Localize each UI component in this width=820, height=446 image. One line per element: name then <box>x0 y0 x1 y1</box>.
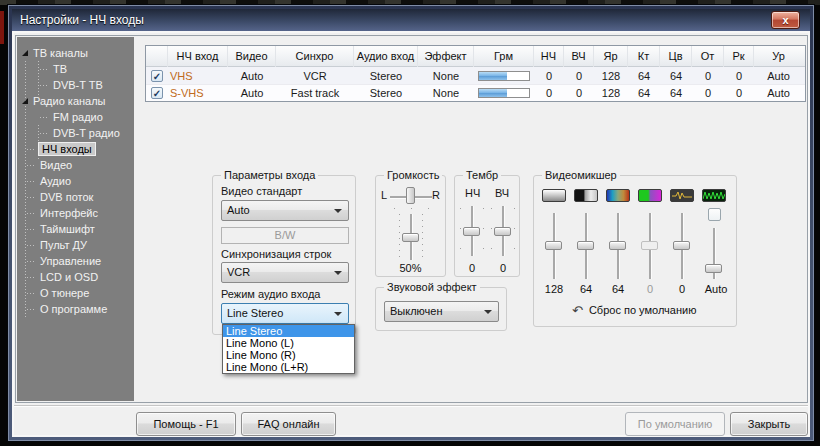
dropdown-option-line-mono-r[interactable]: Line Mono (R) <box>223 349 354 361</box>
sidebar-tree: ТВ каналы ТВ DVB-T ТВ Радио каналы FM ра… <box>17 37 134 401</box>
balance-slider[interactable] <box>390 186 432 206</box>
sidebar-item-radio-channels[interactable]: Радио каналы <box>17 93 134 109</box>
mixer-contrast-slider[interactable] <box>577 213 595 279</box>
sidebar-item-dvb-stream[interactable]: DVB поток <box>17 189 134 205</box>
group-title: Звуковой эффект <box>384 281 480 293</box>
window-title: Настройки - НЧ входы <box>12 9 810 31</box>
sidebar-item-tv[interactable]: ТВ <box>17 61 134 77</box>
brightness-icon <box>542 189 566 202</box>
balance-slider-thumb[interactable] <box>406 187 415 204</box>
bw-disabled-field: B/W <box>221 227 349 244</box>
tone-group: Тембр НЧ ВЧ 0 0 <box>454 175 520 277</box>
mixer-value: 64 <box>602 283 634 295</box>
defaults-button: По умолчанию <box>625 412 725 436</box>
treble-slider-thumb[interactable] <box>494 227 511 236</box>
mixer-level-slider[interactable] <box>705 228 723 279</box>
sidebar-item-timeshift[interactable]: Таймшифт <box>17 221 134 237</box>
sidebar-item-dvbt-tv[interactable]: DVB-T ТВ <box>17 77 134 93</box>
sidebar-item-dvbt-radio[interactable]: DVB-T радио <box>17 125 134 141</box>
background-red-fragment <box>0 11 4 44</box>
slider-thumb[interactable] <box>545 241 562 250</box>
col-checkbox <box>146 46 168 67</box>
screen: Настройки - НЧ входы x ТВ каналы ТВ DVB-… <box>0 0 820 446</box>
settings-window: Настройки - НЧ входы x ТВ каналы ТВ DVB-… <box>7 4 815 442</box>
sidebar-item-about-program[interactable]: О программе <box>17 301 134 317</box>
bass-slider[interactable] <box>463 206 481 256</box>
mixer-value: 0 <box>666 283 698 295</box>
slider-thumb <box>641 241 658 250</box>
table-header: НЧ вход Видео Синхро Аудио вход Эффект Г… <box>146 46 805 67</box>
sidebar-item-lf-inputs[interactable]: НЧ входы <box>17 141 134 157</box>
table-row-vhs[interactable]: ✓ VHS Auto VCR Stereo None 0 0 128 64 64… <box>146 67 805 84</box>
chevron-down-icon <box>334 271 342 275</box>
sound-effect-combo[interactable]: Выключен <box>384 301 499 322</box>
mixer-value: 0 <box>634 283 666 295</box>
mixer-value: 64 <box>570 283 602 295</box>
table-row-svhs[interactable]: ✓ S-VHS Auto Fast track Stereo None 0 0 … <box>146 84 805 101</box>
mixer-value: Auto <box>698 283 734 295</box>
help-button[interactable]: Помощь - F1 <box>136 412 236 436</box>
treble-slider[interactable] <box>494 206 512 256</box>
footer-separator <box>14 405 808 407</box>
sidebar-item-tv-channels[interactable]: ТВ каналы <box>17 45 134 61</box>
dropdown-option-line-stereo[interactable]: Line Stereo <box>223 325 354 337</box>
sidebar-item-lcd-osd[interactable]: LCD и OSD <box>17 269 134 285</box>
close-dialog-button[interactable]: Закрыть <box>730 412 808 436</box>
video-standard-combo[interactable]: Auto <box>221 200 349 221</box>
sync-label: Синхронизация строк <box>221 248 331 260</box>
reset-defaults-link[interactable]: ↶ Сброс по умолчанию <box>572 304 696 316</box>
slider-thumb[interactable] <box>705 264 722 273</box>
audio-mode-dropdown-list: Line Stereo Line Mono (L) Line Mono (R) … <box>222 324 355 374</box>
sound-effect-group: Звуковой эффект Выключен <box>375 287 507 331</box>
sidebar-item-fm-radio[interactable]: FM радио <box>17 109 134 125</box>
group-title: Громкость <box>384 169 442 181</box>
sidebar-item-control[interactable]: Управление <box>17 253 134 269</box>
bass-value: 0 <box>457 262 487 274</box>
faq-button[interactable]: FAQ онлайн <box>241 412 336 436</box>
mixer-sharpness-slider[interactable] <box>673 213 691 279</box>
volume-group: Громкость L R 50% <box>375 175 446 277</box>
balance-left-label: L <box>381 189 387 201</box>
sidebar-item-about-tuner[interactable]: О тюнере <box>17 285 134 301</box>
chevron-down-icon <box>334 312 342 316</box>
sync-combo[interactable]: VCR <box>221 262 349 283</box>
close-button[interactable]: x <box>771 11 800 29</box>
group-title: Тембр <box>463 169 501 181</box>
slider-thumb[interactable] <box>577 241 594 250</box>
mixer-value: 128 <box>538 283 570 295</box>
balance-right-label: R <box>432 189 440 201</box>
expander-icon[interactable] <box>22 98 28 104</box>
treble-value: 0 <box>488 262 518 274</box>
slider-thumb[interactable] <box>609 241 626 250</box>
group-title: Видеомикшер <box>542 169 620 181</box>
mixer-brightness-slider[interactable] <box>545 213 563 279</box>
volume-bar <box>478 71 530 81</box>
bass-label: НЧ <box>465 187 480 199</box>
vhs-checkbox[interactable]: ✓ <box>151 70 163 82</box>
group-title: Параметры входа <box>221 169 318 181</box>
volume-slider-thumb[interactable] <box>402 233 419 242</box>
inputs-table: НЧ вход Видео Синхро Аудио вход Эффект Г… <box>145 45 806 102</box>
dropdown-option-line-mono-l[interactable]: Line Mono (L) <box>223 337 354 349</box>
sidebar-item-audio[interactable]: Аудио <box>17 173 134 189</box>
bass-slider-thumb[interactable] <box>463 227 480 236</box>
chevron-down-icon <box>484 310 492 314</box>
expander-icon[interactable] <box>22 50 28 56</box>
auto-level-checkbox[interactable] <box>708 208 721 221</box>
saturation-icon <box>606 189 630 202</box>
sidebar-item-remote[interactable]: Пульт ДУ <box>17 237 134 253</box>
titlebar[interactable]: Настройки - НЧ входы x <box>12 9 810 31</box>
level-icon <box>702 189 726 202</box>
sidebar-item-interface[interactable]: Интерфейс <box>17 205 134 221</box>
audio-mode-combo[interactable]: Line Stereo <box>221 303 349 324</box>
sidebar-item-video[interactable]: Видео <box>17 157 134 173</box>
svhs-checkbox[interactable]: ✓ <box>151 87 163 99</box>
hue-icon <box>638 189 662 202</box>
slider-thumb[interactable] <box>673 241 690 250</box>
mixer-hue-slider <box>641 213 659 279</box>
dropdown-option-line-mono-lr[interactable]: Line Mono (L+R) <box>223 361 354 373</box>
chevron-down-icon <box>334 209 342 213</box>
volume-slider[interactable] <box>402 214 420 260</box>
mixer-saturation-slider[interactable] <box>609 213 627 279</box>
sharpness-icon <box>670 189 694 202</box>
